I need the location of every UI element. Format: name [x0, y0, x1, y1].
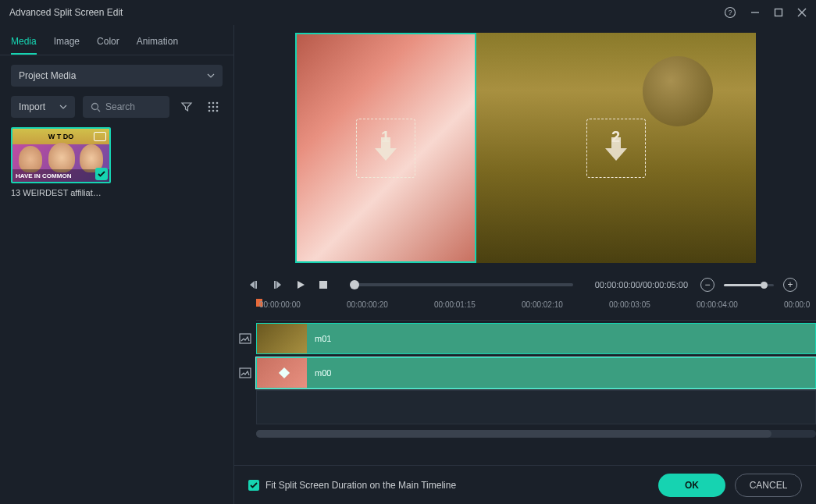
svg-point-13 [216, 106, 219, 108]
timeline-ruler[interactable]: 00:00:00:00 00:00:00:20 00:00:01:15 00:0… [256, 299, 816, 321]
drop-zone-1[interactable]: 1 [356, 119, 415, 178]
svg-point-6 [92, 103, 98, 109]
window-title: Advanced Split Screen Edit [9, 7, 123, 18]
left-panel: Media Image Color Animation Project Medi… [0, 25, 234, 504]
ruler-label: 00:00:01:15 [434, 300, 476, 309]
preview-area: 1 2 [234, 25, 816, 271]
check-icon [95, 168, 108, 180]
search-placeholder: Search [105, 101, 135, 112]
tabs: Media Image Color Animation [0, 25, 233, 55]
ruler-label: 00:00:02:10 [522, 300, 563, 309]
help-icon[interactable]: ? [724, 6, 736, 19]
zoom-out-button[interactable]: − [700, 278, 714, 292]
ruler-label: 00:00:04:00 [697, 300, 738, 309]
import-button[interactable]: Import [11, 96, 75, 118]
play-button[interactable] [295, 279, 306, 290]
svg-point-11 [208, 106, 211, 108]
maximize-icon[interactable] [774, 8, 783, 17]
project-media-select[interactable]: Project Media [11, 65, 223, 87]
timeline-scrollbar[interactable] [256, 430, 816, 438]
svg-line-7 [98, 109, 100, 112]
select-label: Project Media [19, 70, 76, 81]
media-thumbnail[interactable]: W T DO HAVE IN COMMON [11, 127, 111, 183]
zoom-slider[interactable] [724, 284, 774, 286]
close-icon[interactable] [797, 8, 807, 17]
svg-point-14 [208, 110, 211, 112]
track-1: m01 [234, 322, 816, 355]
split-pane-1[interactable]: 1 [295, 33, 476, 263]
prev-frame-button[interactable] [248, 279, 259, 290]
track-empty [234, 391, 816, 424]
scrollbar-thumb[interactable] [256, 430, 771, 438]
svg-point-9 [212, 102, 215, 105]
svg-rect-20 [240, 334, 251, 343]
arrow-down-icon [600, 133, 632, 164]
arrow-down-icon [370, 133, 401, 164]
zoom-handle[interactable] [761, 282, 768, 289]
seek-handle[interactable] [350, 280, 359, 289]
timecode: 00:00:00:00/00:00:05:00 [595, 280, 688, 289]
media-caption: 13 WEIRDEST affiliate mar... [11, 183, 102, 202]
drop-zone-2[interactable]: 2 [586, 119, 646, 178]
svg-rect-18 [274, 281, 276, 289]
timeline: 00:00:00:00 00:00:00:20 00:00:01:15 00:0… [234, 299, 816, 465]
search-input[interactable]: Search [83, 96, 169, 118]
minimize-icon[interactable] [750, 8, 760, 17]
search-icon [91, 102, 101, 112]
tab-image[interactable]: Image [54, 31, 80, 55]
balloon-decoration [643, 56, 713, 126]
title-bar: Advanced Split Screen Edit ? [0, 0, 816, 25]
ruler-label: 00:00:00:20 [347, 300, 388, 309]
zoom-in-button[interactable]: + [783, 278, 797, 292]
fit-duration-checkbox[interactable] [248, 480, 259, 491]
image-track-icon[interactable] [234, 367, 256, 378]
tab-animation[interactable]: Animation [137, 31, 178, 55]
clip-1[interactable]: m01 [256, 323, 816, 354]
split-pane-2[interactable]: 2 [476, 33, 756, 263]
cancel-button[interactable]: CANCEL [735, 474, 802, 497]
svg-point-8 [208, 102, 211, 105]
clip-label: m01 [315, 334, 331, 343]
svg-point-15 [212, 110, 215, 112]
preview-canvas[interactable]: 1 2 [295, 33, 756, 263]
ok-button[interactable]: OK [658, 474, 725, 497]
svg-rect-3 [775, 9, 782, 16]
next-frame-button[interactable] [272, 279, 283, 290]
clip-2[interactable]: m00 [256, 357, 816, 389]
playback-controls: 00:00:00:00/00:00:05:00 − + [234, 271, 816, 299]
svg-rect-21 [240, 368, 251, 378]
fit-duration-label: Fit Split Screen Duration on the Main Ti… [265, 480, 456, 491]
ruler-label: 00:00:0 [784, 300, 810, 309]
svg-rect-19 [319, 281, 327, 289]
clip-label: m00 [315, 368, 331, 378]
seek-bar[interactable] [350, 283, 573, 286]
svg-point-12 [212, 106, 215, 108]
tab-color[interactable]: Color [97, 31, 119, 55]
chevron-down-icon [207, 73, 215, 78]
filter-icon[interactable] [177, 98, 196, 116]
hd-badge-icon [94, 132, 106, 141]
media-item[interactable]: W T DO HAVE IN COMMON 13 WEIRDEST affili… [0, 127, 102, 202]
track-2: m00 [234, 357, 816, 389]
import-label: Import [19, 101, 45, 112]
right-panel: 1 2 00:00:00:00/00:00:05:00 [234, 25, 816, 504]
svg-point-10 [216, 102, 219, 105]
tab-media[interactable]: Media [11, 31, 37, 55]
grid-icon[interactable] [204, 98, 223, 116]
ruler-label: 00:00:03:05 [609, 300, 650, 309]
footer: Fit Split Screen Duration on the Main Ti… [234, 465, 816, 504]
empty-track[interactable] [256, 390, 816, 424]
stop-button[interactable] [319, 280, 328, 289]
svg-text:?: ? [728, 9, 732, 16]
svg-rect-17 [255, 281, 257, 289]
image-track-icon[interactable] [234, 333, 256, 344]
ruler-label: 00:00:00:00 [259, 300, 301, 309]
svg-point-16 [216, 110, 219, 112]
clip-thumbnail [257, 324, 307, 353]
chevron-down-icon [59, 105, 67, 109]
